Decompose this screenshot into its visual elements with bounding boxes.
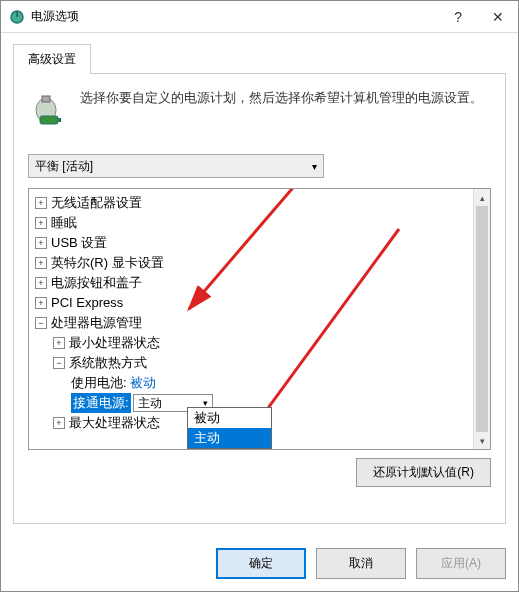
tree-item-pci-express[interactable]: +PCI Express	[31, 293, 488, 313]
on-battery-label: 使用电池:	[71, 373, 127, 393]
collapse-icon[interactable]: −	[53, 357, 65, 369]
dropdown-option-active[interactable]: 主动	[188, 428, 271, 448]
restore-row: 还原计划默认值(R)	[28, 458, 491, 487]
power-options-window: 电源选项 ? ✕ 高级设置 选择你要自定义的电源计划，然后选择你希望计算机管理的…	[0, 0, 519, 592]
plugged-in-value: 主动	[138, 393, 162, 413]
window-title: 电源选项	[31, 8, 448, 25]
dropdown-option-passive[interactable]: 被动	[188, 408, 271, 428]
scroll-up-icon[interactable]: ▴	[474, 189, 490, 206]
tree-item-usb[interactable]: +USB 设置	[31, 233, 488, 253]
power-plan-select[interactable]: 平衡 [活动] ▾	[28, 154, 324, 178]
battery-plug-icon	[28, 88, 68, 128]
settings-tree: +无线适配器设置 +睡眠 +USB 设置 +英特尔(R) 显卡设置 +电源按钮和…	[28, 188, 491, 450]
plugged-in-label: 接通电源:	[71, 393, 131, 413]
tree-scrollbar[interactable]: ▴ ▾	[473, 189, 490, 449]
tab-advanced-settings[interactable]: 高级设置	[13, 44, 91, 74]
on-battery-value[interactable]: 被动	[130, 373, 156, 393]
scroll-thumb[interactable]	[476, 206, 488, 432]
tree-item-sleep[interactable]: +睡眠	[31, 213, 488, 233]
expand-icon[interactable]: +	[53, 417, 65, 429]
svg-rect-3	[42, 96, 50, 102]
expand-icon[interactable]: +	[35, 297, 47, 309]
restore-defaults-button[interactable]: 还原计划默认值(R)	[356, 458, 491, 487]
dialog-footer: 确定 取消 应用(A)	[1, 536, 518, 591]
expand-icon[interactable]: +	[35, 197, 47, 209]
expand-icon[interactable]: +	[35, 237, 47, 249]
description-row: 选择你要自定义的电源计划，然后选择你希望计算机管理的电源设置。	[28, 88, 491, 128]
apply-button[interactable]: 应用(A)	[416, 548, 506, 579]
help-button[interactable]: ?	[448, 7, 468, 27]
ok-button[interactable]: 确定	[216, 548, 306, 579]
collapse-icon[interactable]: −	[35, 317, 47, 329]
svg-rect-4	[40, 116, 58, 124]
expand-icon[interactable]: +	[53, 337, 65, 349]
cooling-dropdown[interactable]: 被动 主动	[187, 407, 272, 449]
svg-rect-5	[58, 118, 61, 122]
scroll-down-icon[interactable]: ▾	[474, 432, 490, 449]
titlebar: 电源选项 ? ✕	[1, 1, 518, 33]
tree-list: +无线适配器设置 +睡眠 +USB 设置 +英特尔(R) 显卡设置 +电源按钮和…	[29, 189, 490, 437]
tree-item-processor-power[interactable]: −处理器电源管理	[31, 313, 488, 333]
tree-item-min-processor[interactable]: +最小处理器状态	[31, 333, 488, 353]
description-text: 选择你要自定义的电源计划，然后选择你希望计算机管理的电源设置。	[80, 88, 483, 128]
svg-rect-1	[16, 11, 18, 17]
content-area: 高级设置 选择你要自定义的电源计划，然后选择你希望计算机管理的电源设置。 平衡 …	[1, 33, 518, 536]
titlebar-buttons: ? ✕	[448, 7, 510, 27]
power-plan-value: 平衡 [活动]	[35, 158, 93, 175]
chevron-down-icon: ▾	[312, 161, 317, 172]
expand-icon[interactable]: +	[35, 217, 47, 229]
expand-icon[interactable]: +	[35, 257, 47, 269]
tree-item-wireless[interactable]: +无线适配器设置	[31, 193, 488, 213]
expand-icon[interactable]: +	[35, 277, 47, 289]
tab-strip: 高级设置	[13, 43, 506, 74]
tab-panel: 选择你要自定义的电源计划，然后选择你希望计算机管理的电源设置。 平衡 [活动] …	[13, 74, 506, 524]
tree-item-power-buttons[interactable]: +电源按钮和盖子	[31, 273, 488, 293]
cancel-button[interactable]: 取消	[316, 548, 406, 579]
tree-item-intel-graphics[interactable]: +英特尔(R) 显卡设置	[31, 253, 488, 273]
power-icon	[9, 9, 25, 25]
close-button[interactable]: ✕	[486, 7, 510, 27]
tree-item-on-battery[interactable]: 使用电池: 被动	[31, 373, 488, 393]
tree-item-cooling-policy[interactable]: −系统散热方式	[31, 353, 488, 373]
